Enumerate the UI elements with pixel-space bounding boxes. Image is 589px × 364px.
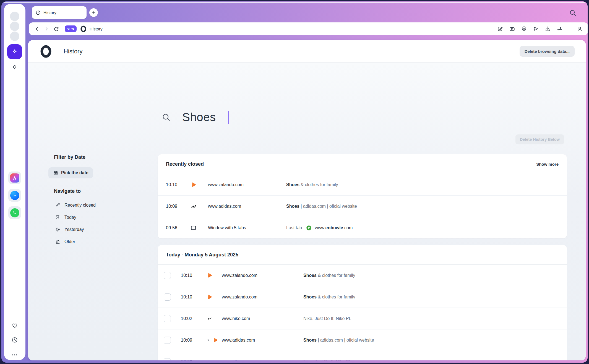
history-row[interactable]: 10:10 www.zalando.com Shoes & clothes fo… [158,265,567,286]
pick-the-date-label: Pick the date [61,170,88,175]
history-row[interactable]: 10:10 www.zalando.com Shoes & clothes fo… [158,286,567,308]
row-time: 10:10 [181,294,206,300]
nav-item-label: Today [64,215,76,220]
forward-icon[interactable] [44,26,49,32]
sidebar-app-messenger[interactable] [8,189,21,202]
chevron-right-icon[interactable] [206,338,210,342]
plus-icon [92,11,96,15]
recently-closed-row[interactable]: 10:09 www.adidas.com Shoes | adidas.com … [158,195,567,217]
nav-item-recently-closed[interactable]: Recently closed [55,199,140,211]
messenger-icon [10,191,19,200]
nav-item-today[interactable]: Today [55,211,140,223]
downloads-icon[interactable] [545,26,551,32]
calendar-icon [53,170,58,176]
filter-by-date-heading: Filter by Date [54,154,140,160]
profile-icon[interactable] [577,26,583,32]
row-url: Window with 5 tabs [208,225,286,230]
more-ellipsis-icon[interactable] [11,351,18,358]
zalando-favicon [206,272,213,279]
nav-item-older[interactable]: Older [55,236,140,248]
row-title: Nike. Just Do It. Nike PL [303,359,567,361]
search-input-value[interactable]: Shoes [182,111,216,124]
row-url: www.adidas.com [222,338,303,343]
sidebar-app-aria[interactable] [8,171,21,184]
today-card: Today - Monday 5 August 2025 10:10 www.z… [158,245,567,360]
history-row-group[interactable]: 10:09 www.adidas.com Shoes | adidas.com … [158,329,567,351]
address-bar: VPN History [29,22,588,35]
navigate-to-heading: Navigate to [54,188,140,194]
gradient-a-icon [10,173,19,183]
browser-window: History VPN History [1,1,588,363]
row-title: Last tab: www.eobuwie.com [286,225,567,231]
row-time: 10:10 [166,182,190,187]
history-header: History Delete browsing data... [28,40,586,63]
easy-setup-sliders-icon[interactable] [557,26,563,32]
reload-icon[interactable] [53,26,59,32]
back-icon[interactable] [34,26,40,32]
row-title: Shoes & clothes for family [303,273,567,278]
row-title: Shoes | adidas.com | oficial website [303,338,567,343]
pinboard-diamond-icon[interactable] [11,64,18,70]
tab-placeholder-dot [10,22,19,31]
row-title: Shoes & clothes for family [303,295,567,300]
heart-icon[interactable] [11,322,18,329]
nike-favicon [206,358,213,361]
row-url: www.nike.com [222,316,303,321]
row-url: www.nike.com [222,359,303,361]
recently-closed-icon [55,202,61,208]
adidas-favicon [190,203,197,210]
row-url: www.zalando.com [222,295,303,300]
opera-logo-large [39,45,53,58]
sidebar [4,4,25,360]
recently-closed-card: Recently closed Show more 10:10 www.zala… [158,154,567,238]
row-url: www.zalando.com [208,182,286,187]
tab-label: History [43,10,56,15]
sun-icon [55,227,61,232]
row-checkbox[interactable] [164,358,171,361]
recently-closed-row[interactable]: 10:10 www.zalando.com Shoes & clothes fo… [158,174,567,195]
history-search[interactable]: Shoes [162,111,229,124]
pick-the-date-button[interactable]: Pick the date [48,167,93,178]
zalando-favicon [190,181,197,188]
new-tab-button[interactable] [89,8,98,17]
sidebar-app-whatsapp[interactable] [8,206,21,219]
tab-placeholder-dot [10,32,19,41]
tab-history[interactable]: History [32,6,87,19]
eobuwie-favicon [306,225,312,231]
zalando-favicon [212,337,218,344]
history-row[interactable]: 10:02 www.nike.com Nike. Just Do It. Nik… [158,351,567,360]
nav-item-label: Yesterday [64,227,84,232]
row-checkbox[interactable] [164,337,171,344]
address-page-label: History [90,27,103,31]
delete-history-below-button[interactable]: Delete History Below [515,134,564,144]
museum-icon [55,239,61,245]
nav-item-label: Recently closed [64,203,96,208]
page-title: History [64,48,82,55]
row-checkbox[interactable] [164,293,171,301]
delete-browsing-data-button[interactable]: Delete browsing data... [520,46,575,57]
history-panel: History Delete browsing data... Shoes De… [28,40,586,360]
history-content: Shoes Delete History Below Filter by Dat… [28,63,586,360]
row-checkbox[interactable] [164,272,171,279]
search-icon[interactable] [569,9,577,17]
tab-placeholder-dot [10,12,19,21]
recently-closed-window-row[interactable]: 09:56 Window with 5 tabs Last tab: www.e… [158,217,567,238]
row-time: 10:09 [181,337,206,343]
row-title: Shoes | adidas.com | oficial website [286,204,567,209]
snapshot-camera-icon[interactable] [509,26,515,32]
show-more-link[interactable]: Show more [536,162,559,167]
history-clock-icon[interactable] [11,337,18,343]
shield-off-icon[interactable] [521,26,527,32]
aria-button[interactable] [7,44,22,59]
row-checkbox[interactable] [164,315,171,322]
nav-item-yesterday[interactable]: Yesterday [55,223,140,236]
compose-icon[interactable] [497,26,503,32]
row-title: Nike. Just Do It. Nike PL [303,316,567,321]
vpn-badge[interactable]: VPN [65,25,77,32]
history-row[interactable]: 10:02 www.nike.com Nike. Just Do It. Nik… [158,308,567,329]
recently-closed-title: Recently closed [166,161,204,167]
text-caret [228,111,229,124]
row-time: 10:02 [181,316,206,321]
row-time: 10:02 [181,359,206,360]
flow-send-icon[interactable] [533,26,539,32]
